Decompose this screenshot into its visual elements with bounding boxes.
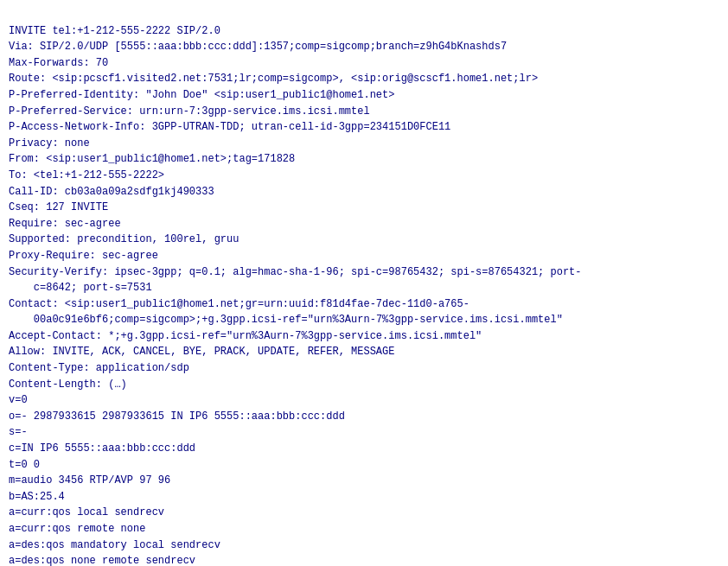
message-line: Via: SIP/2.0/UDP [5555::aaa:bbb:ccc:ddd]… (9, 39, 719, 55)
message-line: Security-Verify: ipsec-3gpp; q=0.1; alg=… (9, 264, 719, 281)
message-line: b=AS:25.4 (9, 489, 719, 506)
message-line: Allow: INVITE, ACK, CANCEL, BYE, PRACK, … (9, 344, 719, 360)
message-line: a=des:qos none remote sendrecv (9, 553, 719, 566)
message-line: Supported: precondition, 100rel, gruu (9, 232, 719, 248)
message-line: o=- 2987933615 2987933615 IN IP6 5555::a… (9, 409, 719, 425)
message-line: Require: sec-agree (9, 216, 719, 232)
message-line: c=8642; port-s=7531 (9, 280, 719, 296)
message-line: Proxy-Require: sec-agree (9, 248, 719, 264)
message-line: Route: <sip:pcscf1.visited2.net:7531;lr;… (9, 71, 719, 87)
message-line: a=des:qos mandatory local sendrecv (9, 537, 719, 554)
message-line: From: <sip:user1_public1@home1.net>;tag=… (9, 151, 719, 168)
message-line: To: <tel:+1-212-555-2222> (9, 168, 719, 184)
message-line: P-Preferred-Identity: "John Doe" <sip:us… (9, 87, 719, 104)
message-line: P-Preferred-Service: urn:urn-7:3gpp-serv… (9, 104, 719, 120)
message-line: s=- (9, 424, 719, 441)
message-line: Privacy: none (9, 136, 719, 152)
message-line: a=curr:qos local sendrecv (9, 505, 719, 521)
message-line: P-Access-Network-Info: 3GPP-UTRAN-TDD; u… (9, 119, 719, 136)
message-line: 00a0c91e6bf6;comp=sigcomp>;+g.3gpp.icsi-… (9, 312, 719, 328)
message-line: Cseq: 127 INVITE (9, 200, 719, 216)
message-line: c=IN IP6 5555::aaa:bbb:ccc:ddd (9, 441, 719, 457)
message-line: Contact: <sip:user1_public1@home1.net;gr… (9, 296, 719, 313)
message-line: m=audio 3456 RTP/AVP 97 96 (9, 473, 719, 489)
message-line: Content-Type: application/sdp (9, 360, 719, 377)
message-line: Accept-Contact: *;+g.3gpp.icsi-ref="urn%… (9, 328, 719, 345)
message-line: Call-ID: cb03a0a09a2sdfg1kj490333 (9, 184, 719, 200)
message-line: t=0 0 (9, 457, 719, 474)
message-line: Content-Length: (…) (9, 377, 719, 393)
message-line: INVITE tel:+1-212-555-2222 SIP/2.0 (9, 23, 719, 40)
message-line: Max-Forwards: 70 (9, 55, 719, 72)
sip-message-content: INVITE tel:+1-212-555-2222 SIP/2.0Via: S… (0, 0, 728, 566)
message-line: v=0 (9, 392, 719, 409)
message-line: a=curr:qos remote none (9, 521, 719, 537)
